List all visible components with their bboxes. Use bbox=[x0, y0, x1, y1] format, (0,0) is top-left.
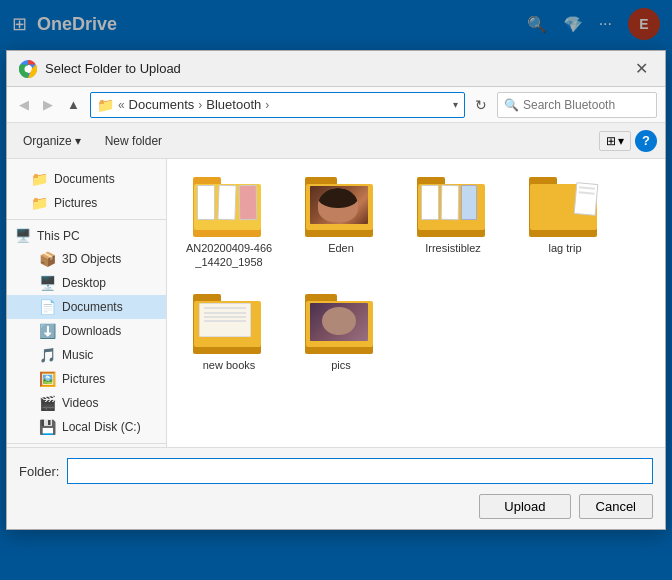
folder-thumb bbox=[305, 294, 377, 354]
breadcrumb-sub: Bluetooth bbox=[206, 97, 261, 112]
file-name: new books bbox=[203, 358, 256, 372]
folder-thumb bbox=[193, 177, 265, 237]
dialog-bottom: Folder: Upload Cancel bbox=[7, 447, 665, 529]
view-options-button[interactable]: ⊞ ▾ bbox=[599, 131, 631, 151]
search-icon: 🔍 bbox=[504, 98, 519, 112]
select-folder-dialog: Select Folder to Upload ✕ ◀ ▶ ▲ 📁 « Docu… bbox=[6, 50, 666, 530]
downloads-icon: ⬇️ bbox=[39, 323, 56, 339]
cancel-button[interactable]: Cancel bbox=[579, 494, 653, 519]
disk-icon: 💾 bbox=[39, 419, 56, 435]
nav-item-downloads[interactable]: ⬇️ Downloads bbox=[7, 319, 166, 343]
left-nav-panel: 📁 Documents 📁 Pictures 🖥️ This PC bbox=[7, 159, 167, 447]
breadcrumb-dropdown-icon[interactable]: ▾ bbox=[453, 99, 458, 110]
nav-favorites: 📁 Documents 📁 Pictures bbox=[7, 167, 166, 215]
close-button[interactable]: ✕ bbox=[629, 57, 653, 81]
breadcrumb-sep1: « bbox=[118, 98, 125, 112]
file-name: Eden bbox=[328, 241, 354, 255]
view-list-icon: ⊞ bbox=[606, 134, 616, 148]
folder-thumb bbox=[305, 177, 377, 237]
breadcrumb[interactable]: 📁 « Documents › Bluetooth › ▾ bbox=[90, 92, 465, 118]
dialog-content: 📁 Documents 📁 Pictures 🖥️ This PC bbox=[7, 159, 665, 447]
folder-icon: 📁 bbox=[31, 195, 48, 211]
computer-icon: 🖥️ bbox=[15, 228, 31, 243]
help-button[interactable]: ? bbox=[635, 130, 657, 152]
upload-button[interactable]: Upload bbox=[479, 494, 570, 519]
dialog-titlebar: Select Folder to Upload ✕ bbox=[7, 51, 665, 87]
file-item-folder3[interactable]: Irresistiblez bbox=[403, 171, 503, 276]
button-row: Upload Cancel bbox=[19, 494, 653, 519]
3d-icon: 📦 bbox=[39, 251, 56, 267]
file-name: pics bbox=[331, 358, 351, 372]
nav-this-pc: 🖥️ This PC 📦 3D Objects 🖥️ Desktop 📄 Doc… bbox=[7, 224, 166, 439]
dialog-overlay: Select Folder to Upload ✕ ◀ ▶ ▲ 📁 « Docu… bbox=[0, 0, 672, 580]
pictures-icon: 🖼️ bbox=[39, 371, 56, 387]
music-icon: 🎵 bbox=[39, 347, 56, 363]
folder-input-row: Folder: bbox=[19, 458, 653, 484]
nav-item-pictures2[interactable]: 🖼️ Pictures bbox=[7, 367, 166, 391]
breadcrumb-sep3: › bbox=[265, 98, 269, 112]
file-item-folder5[interactable]: new books bbox=[179, 288, 279, 378]
nav-item-videos[interactable]: 🎬 Videos bbox=[7, 391, 166, 415]
file-name: AN20200409-466_14420_1958 bbox=[186, 241, 272, 270]
folder-icon: 📁 bbox=[31, 171, 48, 187]
chrome-icon bbox=[19, 60, 37, 78]
nav-divider2 bbox=[7, 443, 166, 444]
folder-label: Folder: bbox=[19, 464, 59, 479]
file-item-folder1[interactable]: AN20200409-466_14420_1958 bbox=[179, 171, 279, 276]
folder-thumb bbox=[529, 177, 601, 237]
up-button[interactable]: ▲ bbox=[63, 95, 84, 114]
nav-item-pictures[interactable]: 📁 Pictures bbox=[7, 191, 166, 215]
refresh-button[interactable]: ↻ bbox=[471, 95, 491, 115]
nav-item-local-disk[interactable]: 💾 Local Disk (C:) bbox=[7, 415, 166, 439]
back-button[interactable]: ◀ bbox=[15, 95, 33, 114]
nav-divider bbox=[7, 219, 166, 220]
videos-icon: 🎬 bbox=[39, 395, 56, 411]
file-item-folder4[interactable]: lag trip bbox=[515, 171, 615, 276]
organize-chevron-icon: ▾ bbox=[75, 134, 81, 148]
nav-item-this-pc[interactable]: 🖥️ This PC bbox=[7, 224, 166, 247]
nav-item-music[interactable]: 🎵 Music bbox=[7, 343, 166, 367]
nav-item-documents2[interactable]: 📄 Documents bbox=[7, 295, 166, 319]
nav-item-documents[interactable]: 📁 Documents bbox=[7, 167, 166, 191]
dialog-toolbar: Organize ▾ New folder ⊞ ▾ ? bbox=[7, 123, 665, 159]
file-grid: AN20200409-466_14420_1958 bbox=[179, 171, 653, 378]
dialog-title: Select Folder to Upload bbox=[45, 61, 621, 76]
file-item-folder6[interactable]: pics bbox=[291, 288, 391, 378]
nav-item-desktop[interactable]: 🖥️ Desktop bbox=[7, 271, 166, 295]
desktop-icon: 🖥️ bbox=[39, 275, 56, 291]
file-name: Irresistiblez bbox=[425, 241, 481, 255]
documents-icon: 📄 bbox=[39, 299, 56, 315]
breadcrumb-sep2: › bbox=[198, 98, 202, 112]
breadcrumb-folder-icon: 📁 bbox=[97, 97, 114, 113]
forward-button[interactable]: ▶ bbox=[39, 95, 57, 114]
breadcrumb-folder: Documents bbox=[129, 97, 195, 112]
search-box: 🔍 bbox=[497, 92, 657, 118]
file-name: lag trip bbox=[548, 241, 581, 255]
folder-thumb bbox=[417, 177, 489, 237]
right-file-panel: AN20200409-466_14420_1958 bbox=[167, 159, 665, 447]
dialog-addressbar: ◀ ▶ ▲ 📁 « Documents › Bluetooth › ▾ ↻ 🔍 bbox=[7, 87, 665, 123]
search-input[interactable] bbox=[523, 98, 650, 112]
file-item-folder2[interactable]: Eden bbox=[291, 171, 391, 276]
svg-point-2 bbox=[25, 65, 32, 72]
organize-button[interactable]: Organize ▾ bbox=[15, 130, 89, 152]
nav-item-3d-objects[interactable]: 📦 3D Objects bbox=[7, 247, 166, 271]
folder-input[interactable] bbox=[67, 458, 653, 484]
view-dropdown-icon: ▾ bbox=[618, 134, 624, 148]
folder-thumb bbox=[193, 294, 265, 354]
new-folder-button[interactable]: New folder bbox=[97, 130, 170, 152]
